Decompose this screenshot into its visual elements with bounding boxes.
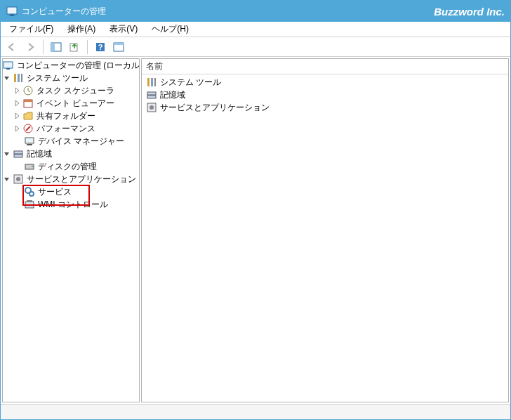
app-icon <box>6 6 18 17</box>
collapse-icon[interactable] <box>3 150 11 158</box>
svg-rect-31 <box>147 78 150 86</box>
services-apps-icon <box>13 173 24 185</box>
list-item-label: 記憶域 <box>160 89 185 101</box>
svg-rect-34 <box>147 92 156 95</box>
tree-event-viewer[interactable]: イベント ビューアー <box>3 97 139 110</box>
svg-point-28 <box>29 192 34 196</box>
help-button[interactable]: ? <box>92 39 109 55</box>
svg-rect-30 <box>27 200 32 202</box>
list-item-label: システム ツール <box>160 77 221 88</box>
svg-rect-29 <box>25 202 34 208</box>
tree-services[interactable]: サービス <box>3 185 139 198</box>
tree-root[interactable]: コンピューターの管理 (ローカル) <box>3 59 139 72</box>
svg-rect-19 <box>25 138 34 143</box>
menu-view[interactable]: 表示(V) <box>104 22 143 37</box>
tree-label: 記憶域 <box>25 148 53 160</box>
svg-point-37 <box>150 105 154 110</box>
svg-rect-10 <box>4 62 13 68</box>
properties-button[interactable] <box>110 39 127 55</box>
brand-label: Buzzword Inc. <box>434 6 505 18</box>
window-title: コンピューターの管理 <box>22 6 106 18</box>
menu-bar: ファイル(F) 操作(A) 表示(V) ヘルプ(H) <box>1 22 510 37</box>
list-panel: 名前 システム ツール 記憶域 サービスとアプリケーション <box>141 58 509 402</box>
list-header[interactable]: 名前 <box>142 59 508 74</box>
svg-rect-32 <box>151 78 153 86</box>
svg-rect-14 <box>21 74 22 82</box>
services-apps-icon <box>146 102 157 113</box>
svg-rect-4 <box>51 43 55 51</box>
event-viewer-icon <box>22 98 34 109</box>
tree-storage[interactable]: 記憶域 <box>3 147 139 160</box>
svg-rect-12 <box>14 74 16 82</box>
back-button[interactable] <box>4 39 20 55</box>
svg-point-24 <box>32 166 33 167</box>
device-manager-icon <box>24 136 35 147</box>
collapse-icon[interactable] <box>3 175 11 183</box>
tree-disk-management[interactable]: ディスクの管理 <box>3 160 139 173</box>
svg-point-26 <box>16 177 20 181</box>
list-item-system-tools[interactable]: システム ツール <box>145 76 505 88</box>
menu-file[interactable]: ファイル(F) <box>4 22 59 37</box>
svg-rect-35 <box>147 96 156 98</box>
tree-performance[interactable]: パフォーマンス <box>3 122 139 135</box>
tree-label: 共有フォルダー <box>35 110 97 122</box>
computer-management-icon <box>3 60 14 71</box>
svg-text:?: ? <box>98 43 103 51</box>
expand-icon[interactable] <box>13 99 21 107</box>
list-item-storage[interactable]: 記憶域 <box>145 88 505 101</box>
tree-label: ディスクの管理 <box>36 161 98 173</box>
collapse-icon[interactable] <box>3 74 11 82</box>
svg-rect-2 <box>9 15 15 16</box>
forward-button[interactable] <box>22 39 39 55</box>
tree-label: コンピューターの管理 (ローカル) <box>15 60 140 72</box>
content-area: コンピューターの管理 (ローカル) システム ツール タスク スケジューラ イベ… <box>1 57 510 404</box>
tree-label: デバイス マネージャー <box>36 136 126 147</box>
wmi-control-icon <box>24 199 35 210</box>
list-item-services-apps[interactable]: サービスとアプリケーション <box>145 101 505 114</box>
toolbar: ? <box>1 37 510 57</box>
svg-rect-17 <box>24 100 32 102</box>
tree-wmi-control[interactable]: WMI コントロール <box>3 198 139 211</box>
console-tree: コンピューターの管理 (ローカル) システム ツール タスク スケジューラ イベ… <box>3 59 139 211</box>
disk-management-icon <box>24 161 35 172</box>
system-tools-icon <box>13 72 24 84</box>
svg-rect-1 <box>11 14 13 15</box>
tree-label: WMI コントロール <box>36 199 109 211</box>
toolbar-separator <box>43 40 44 54</box>
services-icon <box>24 186 35 197</box>
performance-icon <box>22 123 34 134</box>
tree-label: タスク スケジューラ <box>35 85 116 97</box>
status-bar <box>1 404 510 419</box>
list-item-label: サービスとアプリケーション <box>160 102 270 114</box>
list-body: システム ツール 記憶域 サービスとアプリケーション <box>142 74 508 402</box>
tree-label: イベント ビューアー <box>35 98 116 110</box>
svg-rect-13 <box>18 74 20 82</box>
tree-shared-folders[interactable]: 共有フォルダー <box>3 110 139 122</box>
tree-system-tools[interactable]: システム ツール <box>3 72 139 84</box>
svg-rect-22 <box>14 155 22 157</box>
svg-rect-11 <box>6 68 10 70</box>
expand-icon[interactable] <box>13 124 21 133</box>
tree-task-scheduler[interactable]: タスク スケジューラ <box>3 84 139 97</box>
storage-icon <box>146 89 157 100</box>
export-button[interactable] <box>66 39 83 55</box>
svg-rect-0 <box>7 7 17 14</box>
show-hide-tree-button[interactable] <box>48 39 65 55</box>
tree-label: パフォーマンス <box>35 123 97 135</box>
menu-help[interactable]: ヘルプ(H) <box>146 22 194 37</box>
tree-label: システム ツール <box>25 72 89 84</box>
svg-rect-20 <box>27 144 32 145</box>
expand-icon[interactable] <box>13 112 21 120</box>
system-tools-icon <box>146 77 157 88</box>
tree-device-manager[interactable]: デバイス マネージャー <box>3 135 139 147</box>
shared-folders-icon <box>22 110 34 122</box>
tree-label: サービス <box>36 186 73 198</box>
menu-action[interactable]: 操作(A) <box>62 22 101 37</box>
tree-panel: コンピューターの管理 (ローカル) システム ツール タスク スケジューラ イベ… <box>2 58 140 402</box>
svg-rect-21 <box>14 151 22 154</box>
svg-rect-9 <box>114 43 124 45</box>
storage-icon <box>13 148 24 159</box>
expand-icon[interactable] <box>13 86 21 95</box>
column-name: 名前 <box>146 60 163 72</box>
tree-services-apps[interactable]: サービスとアプリケーション <box>3 173 139 185</box>
